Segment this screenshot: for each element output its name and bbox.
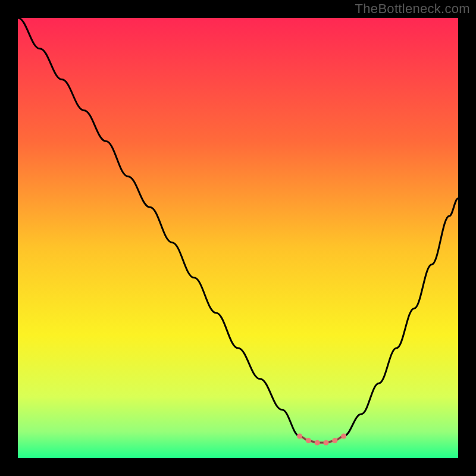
svg-point-0 bbox=[297, 434, 302, 439]
svg-point-1 bbox=[306, 438, 311, 443]
svg-point-5 bbox=[341, 434, 346, 439]
watermark-text: TheBottleneck.com bbox=[355, 1, 470, 17]
bottleneck-chart-svg bbox=[0, 0, 476, 476]
plot-background bbox=[18, 18, 458, 458]
svg-point-2 bbox=[315, 440, 320, 446]
svg-point-4 bbox=[332, 438, 337, 443]
svg-point-3 bbox=[324, 440, 329, 446]
chart-frame: TheBottleneck.com bbox=[0, 0, 476, 476]
